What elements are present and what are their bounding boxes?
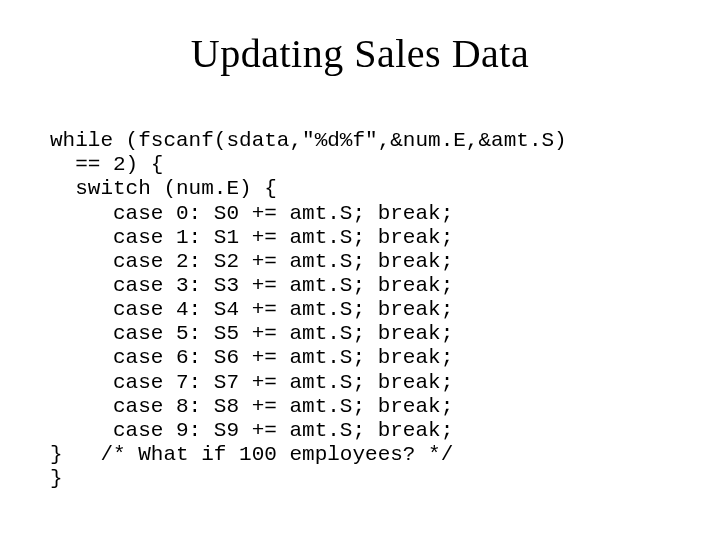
code-line: case 2: S2 += amt.S; break; [50, 250, 453, 273]
code-block: while (fscanf(sdata,"%d%f",&num.E,&amt.S… [50, 105, 680, 491]
code-line: switch (num.E) { [50, 177, 277, 200]
code-line: case 9: S9 += amt.S; break; [50, 419, 453, 442]
code-line: case 0: S0 += amt.S; break; [50, 202, 453, 225]
code-line: case 1: S1 += amt.S; break; [50, 226, 453, 249]
page-title: Updating Sales Data [40, 30, 680, 77]
code-line: case 6: S6 += amt.S; break; [50, 346, 453, 369]
code-line: case 7: S7 += amt.S; break; [50, 371, 453, 394]
code-line: case 4: S4 += amt.S; break; [50, 298, 453, 321]
code-line: case 8: S8 += amt.S; break; [50, 395, 453, 418]
code-line: case 3: S3 += amt.S; break; [50, 274, 453, 297]
code-line: while (fscanf(sdata,"%d%f",&num.E,&amt.S… [50, 129, 567, 152]
code-line: } [50, 467, 63, 490]
code-line: case 5: S5 += amt.S; break; [50, 322, 453, 345]
code-line: } /* What if 100 employees? */ [50, 443, 453, 466]
code-line: == 2) { [50, 153, 163, 176]
slide: Updating Sales Data while (fscanf(sdata,… [0, 0, 720, 540]
